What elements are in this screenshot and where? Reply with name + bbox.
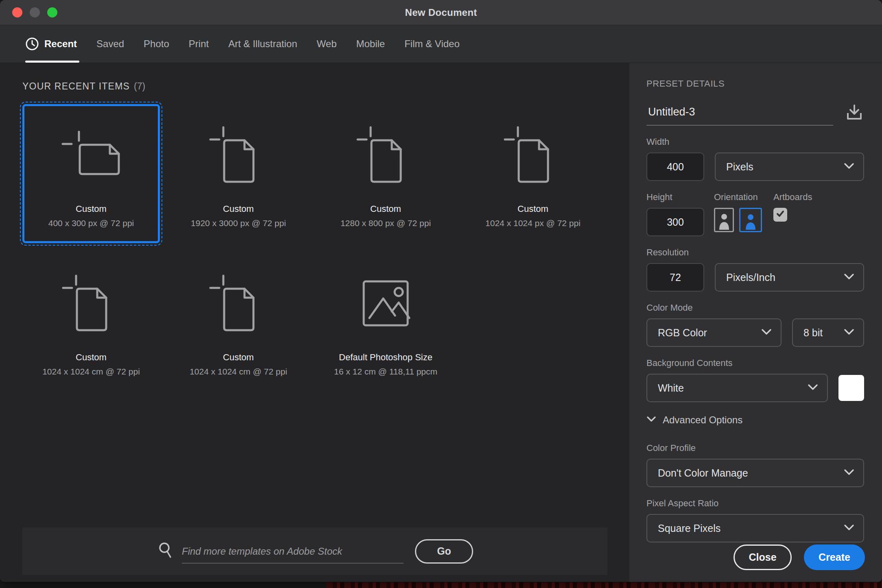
title-bar: New Document (0, 0, 882, 25)
save-preset-icon[interactable] (845, 103, 864, 124)
new-doc-portrait-icon (172, 106, 305, 204)
pixel-aspect-ratio-label: Pixel Aspect Ratio (646, 498, 864, 509)
orientation-portrait-button[interactable] (714, 208, 734, 232)
landscape-person-icon (744, 213, 758, 231)
tab-print[interactable]: Print (179, 25, 218, 63)
width-unit-select[interactable]: Pixels (715, 152, 864, 181)
tab-film-video[interactable]: Film & Video (395, 25, 469, 63)
tab-photo[interactable]: Photo (134, 25, 179, 63)
new-doc-portrait-icon (24, 255, 158, 352)
height-input[interactable] (646, 208, 704, 236)
card-title: Default Photoshop Size (339, 352, 432, 363)
tab-label: Photo (144, 38, 169, 50)
recent-item-custom-1920x3000[interactable]: Custom 1920 x 3000 px @ 72 ppi (170, 104, 307, 243)
orientation-landscape-button[interactable] (739, 208, 762, 232)
card-title: Custom (223, 352, 254, 363)
recent-item-custom-400x300[interactable]: Custom 400 x 300 px @ 72 ppi (22, 104, 160, 243)
card-title: Custom (223, 204, 254, 214)
orientation-label: Orientation (714, 192, 762, 203)
new-doc-portrait-icon (466, 106, 600, 204)
zoom-window-button[interactable] (47, 7, 57, 17)
recent-items-grid: Custom 400 x 300 px @ 72 ppi Custom 1920… (22, 104, 604, 392)
chevron-down-icon (808, 384, 818, 392)
recent-item-custom-1280x800[interactable]: Custom 1280 x 800 px @ 72 ppi (317, 104, 454, 243)
search-icon (157, 541, 175, 561)
card-subtitle: 1024 x 1024 px @ 72 ppi (485, 218, 581, 228)
color-mode-label: Color Mode (646, 303, 864, 313)
chevron-down-icon (844, 469, 854, 477)
close-button[interactable]: Close (734, 544, 792, 570)
card-title: Custom (517, 204, 548, 214)
recent-item-custom-1024x1024cm-a[interactable]: Custom 1024 x 1024 cm @ 72 ppi (22, 253, 160, 392)
width-label: Width (646, 137, 864, 147)
recent-items-count: (7) (134, 81, 145, 91)
chevron-down-icon (844, 329, 854, 337)
clock-icon (25, 37, 39, 51)
card-title: Custom (76, 204, 107, 214)
tab-saved[interactable]: Saved (87, 25, 134, 63)
card-subtitle: 1920 x 3000 px @ 72 ppi (191, 218, 286, 228)
color-profile-label: Color Profile (646, 443, 864, 453)
chevron-down-icon (646, 416, 656, 424)
portrait-person-icon (717, 213, 731, 231)
tab-label: Web (317, 38, 337, 50)
card-subtitle: 400 x 300 px @ 72 ppi (48, 218, 134, 228)
recent-items-heading: YOUR RECENT ITEMS(7) (22, 81, 607, 92)
card-subtitle: 1280 x 800 px @ 72 ppi (341, 218, 431, 228)
tab-art-illustration[interactable]: Art & Illustration (218, 25, 307, 63)
bit-depth-select[interactable]: 8 bit (792, 318, 864, 347)
tab-label: Art & Illustration (228, 38, 297, 50)
color-mode-select[interactable]: RGB Color (646, 318, 782, 347)
checkmark-icon (775, 209, 785, 220)
background-color-swatch[interactable] (838, 375, 864, 401)
new-doc-portrait-icon (172, 255, 305, 352)
chevron-down-icon (844, 273, 854, 282)
document-name-input[interactable] (646, 106, 833, 126)
tab-label: Print (189, 38, 209, 50)
artboards-checkbox[interactable] (773, 208, 787, 222)
adobe-stock-bar: Go (22, 527, 607, 575)
window-title: New Document (405, 7, 477, 18)
tab-label: Saved (96, 38, 124, 50)
tab-web[interactable]: Web (307, 25, 347, 63)
recent-item-custom-1024x1024px[interactable]: Custom 1024 x 1024 px @ 72 ppi (464, 104, 602, 243)
desktop-background (326, 581, 882, 588)
traffic-lights (12, 0, 57, 25)
chevron-down-icon (844, 163, 854, 171)
background-contents-label: Background Contents (646, 358, 864, 368)
color-profile-select[interactable]: Don't Color Manage (646, 459, 864, 487)
image-icon (319, 255, 452, 352)
recent-item-default-photoshop-size[interactable]: Default Photoshop Size 16 x 12 cm @ 118,… (317, 253, 454, 392)
category-tab-bar: Recent Saved Photo Print Art & Illustrat… (0, 25, 882, 63)
background-contents-select[interactable]: White (646, 374, 828, 402)
tab-label: Mobile (356, 38, 385, 50)
recent-items-panel: YOUR RECENT ITEMS(7) Custom 400 x 300 px… (0, 63, 629, 582)
card-title: Custom (370, 204, 401, 214)
tab-recent[interactable]: Recent (25, 25, 87, 63)
tab-mobile[interactable]: Mobile (347, 25, 395, 63)
resolution-label: Resolution (646, 247, 864, 258)
preset-details-heading: PRESET DETAILS (646, 78, 864, 89)
stock-go-button[interactable]: Go (415, 539, 473, 564)
advanced-options-toggle[interactable]: Advanced Options (646, 414, 864, 426)
pixel-aspect-ratio-select[interactable]: Square Pixels (646, 514, 864, 542)
card-subtitle: 1024 x 1024 cm @ 72 ppi (190, 367, 287, 377)
close-window-button[interactable] (12, 7, 22, 17)
width-input[interactable] (646, 152, 704, 181)
minimize-window-button[interactable] (30, 7, 40, 17)
new-doc-portrait-icon (319, 106, 452, 204)
preset-details-panel: PRESET DETAILS Width Pixels Height (629, 63, 882, 582)
card-subtitle: 16 x 12 cm @ 118,11 ppcm (334, 367, 437, 377)
resolution-input[interactable] (646, 263, 704, 292)
create-button[interactable]: Create (804, 544, 865, 570)
card-title: Custom (76, 352, 107, 363)
recent-item-custom-1024x1024cm-b[interactable]: Custom 1024 x 1024 cm @ 72 ppi (170, 253, 307, 392)
height-label: Height (646, 192, 704, 203)
card-subtitle: 1024 x 1024 cm @ 72 ppi (42, 367, 140, 377)
stock-search-input[interactable] (182, 546, 404, 564)
chevron-down-icon (844, 524, 854, 533)
new-document-dialog: New Document Recent Saved Photo Print Ar… (0, 0, 882, 582)
tab-label: Recent (44, 38, 77, 50)
resolution-unit-select[interactable]: Pixels/Inch (715, 263, 864, 292)
artboards-label: Artboards (773, 192, 812, 203)
